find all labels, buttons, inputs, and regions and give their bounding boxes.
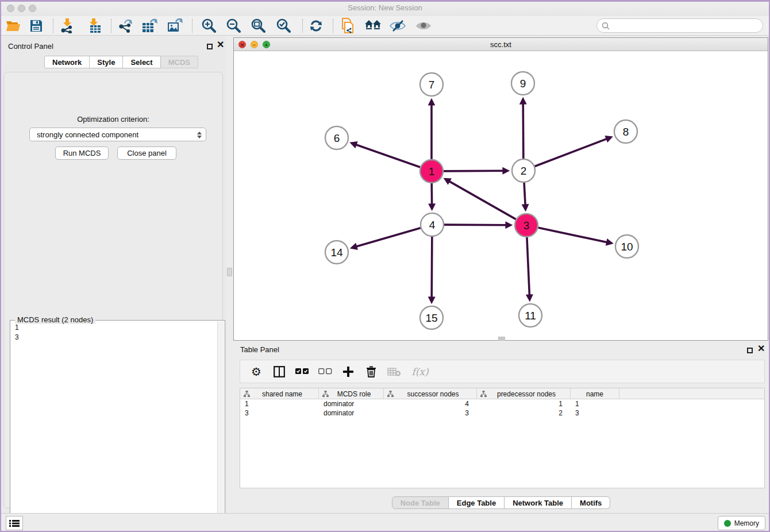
settings-gear-icon[interactable]: ⚙ [249, 365, 263, 379]
copy-network-icon[interactable] [338, 18, 357, 34]
edge-4-14[interactable] [356, 228, 421, 247]
main-toolbar [0, 16, 770, 36]
column-layout-icon[interactable] [272, 365, 286, 379]
table-row[interactable]: 1dominator411 [240, 399, 764, 408]
tab-edge-table[interactable]: Edge Table [449, 496, 505, 509]
toolbar-separator [333, 19, 333, 33]
edge-2-9[interactable] [523, 103, 523, 159]
network-graph[interactable]: 7968124310141511 [234, 51, 768, 341]
table-row[interactable]: 3dominator323 [240, 408, 764, 418]
node-label-11: 11 [525, 310, 536, 322]
control-panel-tabs: NetworkStyleSelectMCDS [44, 56, 198, 68]
network-canvas[interactable]: 7968124310141511 [234, 51, 768, 340]
cell-name: 3 [571, 408, 619, 418]
cell-MCDS-role: dominator [319, 399, 384, 408]
edge-3-11[interactable] [527, 237, 530, 296]
node-label-14: 14 [330, 246, 343, 259]
window-title: Session: New Session [0, 3, 770, 12]
cell-predecessor-nodes: 1 [477, 399, 571, 408]
zoom-out-icon[interactable] [224, 18, 243, 34]
network-window-titlebar[interactable]: ✕ − + scc.txt [234, 38, 768, 51]
node-label-9: 9 [520, 78, 526, 90]
node-label-2: 2 [521, 165, 527, 177]
export-table-icon[interactable] [140, 18, 160, 34]
export-network-icon[interactable] [116, 18, 135, 34]
home-icon[interactable] [363, 18, 383, 34]
edge-4-15[interactable] [432, 237, 432, 298]
mcds-panel: Optimization criterion: strongly connect… [3, 72, 223, 508]
float-table-panel-icon[interactable] [747, 345, 753, 356]
result-scrollbar[interactable] [217, 321, 224, 532]
import-network-icon[interactable] [57, 18, 77, 34]
export-image-icon[interactable] [165, 18, 185, 34]
column-header-name[interactable]: name [571, 388, 619, 399]
hide-eye-slash-icon[interactable] [388, 18, 407, 34]
edge-2-3[interactable] [524, 183, 525, 206]
add-column-icon[interactable] [341, 365, 355, 379]
optimization-criterion-select[interactable]: strongly connected component [29, 128, 206, 141]
network-window-title: scc.txt [234, 40, 768, 49]
refresh-icon[interactable] [306, 18, 326, 34]
edge-3-1[interactable] [449, 181, 516, 219]
status-bar: Memory [0, 513, 770, 532]
import-table-icon[interactable] [85, 18, 105, 34]
tab-mcds[interactable]: MCDS [161, 56, 198, 68]
edge-2-8[interactable] [535, 138, 608, 166]
cell-MCDS-role: dominator [319, 408, 384, 418]
show-eye-icon[interactable] [414, 18, 433, 34]
deselect-all-icon[interactable] [318, 365, 332, 379]
run-mcds-button[interactable]: Run MCDS [55, 147, 109, 160]
tab-style[interactable]: Style [90, 56, 123, 68]
zoom-in-icon[interactable] [199, 18, 218, 34]
search-icon [602, 22, 610, 30]
close-panel-icon[interactable]: ✕ [217, 42, 224, 48]
node-label-6: 6 [334, 132, 340, 144]
delete-table-icon [387, 365, 401, 379]
node-label-4: 4 [429, 219, 436, 231]
close-table-panel-icon[interactable]: ✕ [757, 346, 765, 352]
mcds-result-box: MCDS result (2 nodes) 1 3 [10, 320, 225, 532]
edge-1-2[interactable] [444, 171, 504, 171]
zoom-selected-icon[interactable] [274, 18, 293, 34]
tab-network-table[interactable]: Network Table [505, 496, 572, 509]
search-input[interactable] [596, 18, 763, 33]
title-bar: Session: New Session [0, 0, 770, 16]
view-splitter-handle[interactable] [498, 337, 505, 341]
cell-successor-nodes: 3 [384, 408, 477, 418]
task-history-button[interactable] [6, 516, 23, 530]
column-header-successor-nodes[interactable]: successor nodes [384, 388, 477, 399]
close-panel-button[interactable]: Close panel [117, 147, 176, 160]
tab-select[interactable]: Select [123, 56, 160, 68]
node-table[interactable]: shared nameMCDS rolesuccessor nodesprede… [240, 388, 765, 488]
column-header-shared-name[interactable]: shared name [240, 388, 319, 399]
cell-name: 1 [571, 399, 619, 408]
column-header-MCDS-role[interactable]: MCDS role [319, 388, 384, 399]
table-panel-tabs: Node TableEdge TableNetwork TableMotifs [232, 496, 770, 509]
edge-3-10[interactable] [538, 228, 608, 242]
tab-motifs[interactable]: Motifs [572, 496, 610, 509]
tab-network[interactable]: Network [44, 56, 90, 68]
cell-predecessor-nodes: 2 [477, 408, 571, 418]
select-all-icon[interactable] [295, 365, 309, 379]
table-header-row: shared nameMCDS rolesuccessor nodesprede… [240, 388, 764, 399]
delete-column-icon[interactable] [364, 365, 378, 379]
edge-1-6[interactable] [355, 144, 420, 167]
toolbar-separator [53, 19, 53, 33]
save-session-icon[interactable] [26, 18, 46, 34]
column-header-predecessor-nodes[interactable]: predecessor nodes [477, 388, 571, 399]
edge-4-3[interactable] [444, 225, 507, 225]
application-window: Session: New Session [0, 0, 770, 532]
memory-status-icon [724, 520, 731, 527]
selected-option: strongly connected component [37, 130, 138, 139]
zoom-fit-icon[interactable] [248, 18, 268, 34]
mcds-result-text[interactable]: 1 3 [11, 323, 217, 532]
panel-splitter-handle[interactable] [227, 268, 232, 276]
select-stepper-icon [196, 130, 202, 140]
float-panel-icon[interactable] [207, 41, 213, 52]
memory-button[interactable]: Memory [718, 516, 765, 530]
tab-node-table[interactable]: Node Table [392, 496, 449, 509]
cell-successor-nodes: 4 [384, 399, 477, 408]
open-session-icon[interactable] [3, 18, 23, 34]
toolbar-separator [111, 19, 111, 33]
network-view-window: ✕ − + scc.txt 7968124310141511 [233, 37, 768, 341]
